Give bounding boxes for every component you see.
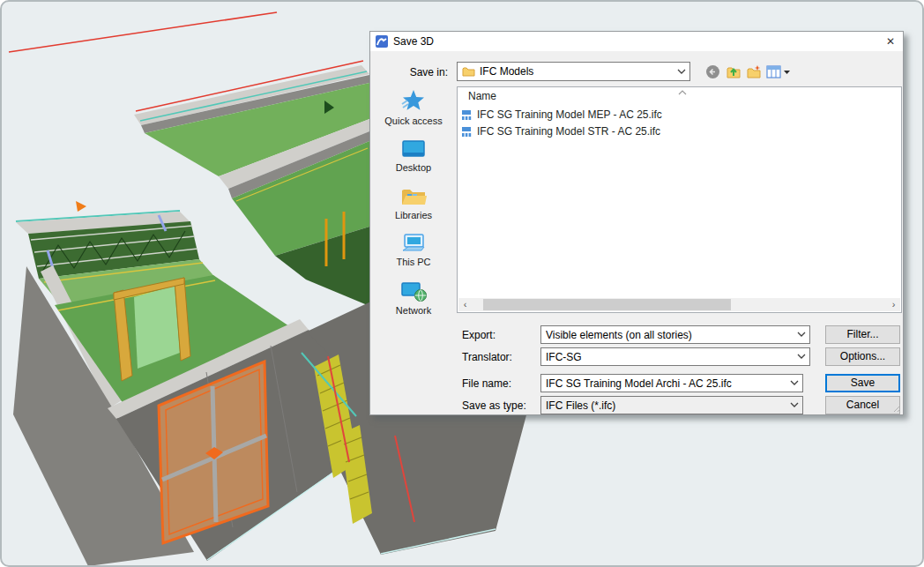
export-value: Visible elements (on all stories): [546, 329, 795, 341]
column-header-name[interactable]: Name: [468, 90, 496, 102]
sidebar-item-label: Libraries: [395, 210, 432, 220]
save-in-label: Save in:: [377, 66, 448, 78]
export-combobox[interactable]: Visible elements (on all stories): [540, 325, 810, 344]
save-as-type-combobox[interactable]: IFC Files (*.ifc): [540, 396, 803, 414]
save-in-value: IFC Models: [480, 65, 675, 78]
create-new-folder-icon[interactable]: [747, 64, 763, 79]
save-in-combobox[interactable]: IFC Models: [457, 62, 690, 81]
sidebar-item-this-pc[interactable]: This PC: [374, 233, 453, 267]
folder-icon: [462, 66, 475, 77]
go-to-last-folder-icon[interactable]: [705, 64, 721, 79]
file-name: IFC SG Training Model MEP - AC 25.ifc: [477, 108, 662, 121]
network-globe-icon: [400, 280, 427, 302]
scrollbar-track[interactable]: [472, 298, 887, 311]
sidebar-item-quick-access[interactable]: Quick access: [374, 88, 453, 126]
sidebar-item-desktop[interactable]: Desktop: [374, 138, 453, 173]
chevron-down-icon[interactable]: [788, 402, 801, 408]
library-folder-icon: [400, 185, 427, 207]
cancel-button[interactable]: Cancel: [825, 396, 900, 414]
ifc-file-icon: [461, 109, 473, 121]
ifc-file-icon: [461, 126, 473, 138]
filter-button[interactable]: Filter...: [825, 325, 900, 344]
file-name: IFC SG Training Model STR - AC 25.ifc: [477, 125, 660, 138]
scrollbar-thumb[interactable]: [483, 299, 731, 310]
chevron-down-icon[interactable]: [788, 380, 801, 386]
export-label: Export:: [462, 329, 496, 341]
file-name-label: File name:: [462, 377, 511, 390]
sort-ascending-icon[interactable]: [678, 86, 687, 99]
save-as-type-value: IFC Files (*.ifc): [546, 399, 788, 412]
sidebar-item-label: Quick access: [384, 116, 442, 126]
view-menu-icon[interactable]: [766, 64, 791, 79]
translator-value: IFC-SG: [546, 351, 795, 363]
file-list[interactable]: Name IFC SG Training Model MEP - AC 25.i…: [457, 86, 902, 313]
red-guide-line: [9, 12, 277, 52]
places-sidebar: Quick access Desktop Libraries: [374, 88, 453, 328]
file-row[interactable]: IFC SG Training Model MEP - AC 25.ifc: [461, 107, 805, 123]
close-icon[interactable]: ✕: [883, 34, 898, 48]
sidebar-item-label: This PC: [396, 257, 430, 267]
options-button[interactable]: Options...: [825, 347, 900, 366]
chevron-down-icon[interactable]: [675, 69, 688, 75]
chevron-down-icon[interactable]: [795, 332, 808, 338]
file-name-combobox[interactable]: IFC SG Training Model Archi - AC 25.ifc: [540, 374, 803, 392]
sidebar-item-label: Desktop: [396, 162, 431, 173]
scroll-right-icon[interactable]: ›: [887, 298, 900, 311]
save-button[interactable]: Save: [825, 374, 900, 392]
save-3d-dialog: Save 3D ✕ Save in: IFC Models: [369, 31, 904, 415]
sidebar-item-label: Network: [396, 305, 431, 316]
chevron-down-icon[interactable]: [795, 354, 808, 360]
star-icon: [400, 88, 427, 113]
file-name-value: IFC SG Training Model Archi - AC 25.ifc: [546, 377, 788, 390]
up-one-level-icon[interactable]: [727, 64, 742, 79]
save-as-type-label: Save as type:: [462, 399, 526, 412]
sidebar-item-libraries[interactable]: Libraries: [374, 185, 453, 220]
dialog-titlebar[interactable]: Save 3D ✕: [370, 32, 903, 51]
dialog-title: Save 3D: [393, 35, 434, 48]
archicad-logo-icon: [376, 35, 388, 48]
sidebar-item-network[interactable]: Network: [374, 280, 453, 316]
computer-icon: [400, 233, 427, 254]
scroll-left-icon[interactable]: ‹: [458, 298, 472, 311]
file-row[interactable]: IFC SG Training Model STR - AC 25.ifc: [461, 123, 805, 139]
resize-grip[interactable]: [893, 405, 901, 413]
translator-label: Translator:: [462, 351, 512, 363]
monitor-icon: [400, 138, 427, 160]
translator-combobox[interactable]: IFC-SG: [540, 347, 810, 366]
horizontal-scrollbar[interactable]: ‹ ›: [458, 298, 900, 311]
screenshot-frame: Save 3D ✕ Save in: IFC Models: [0, 0, 924, 567]
